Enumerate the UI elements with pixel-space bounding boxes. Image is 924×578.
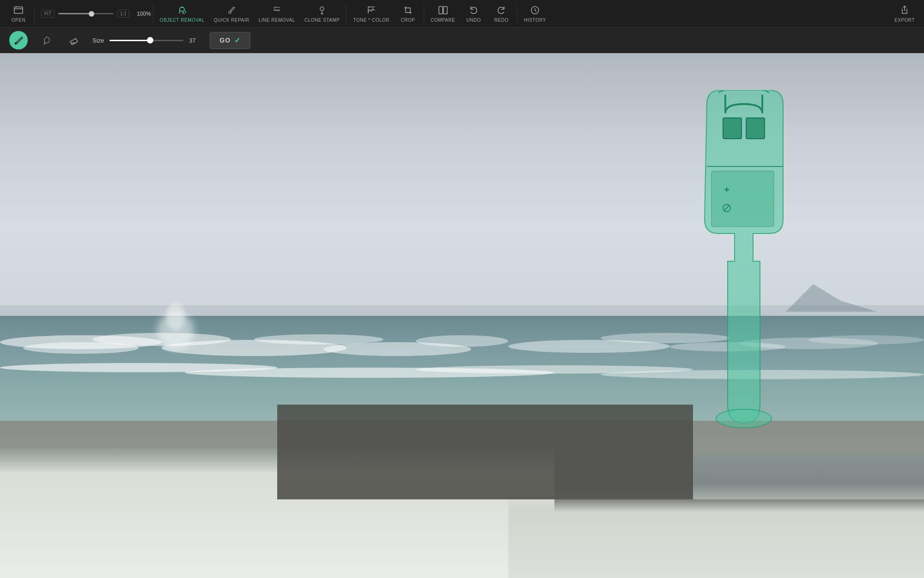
- open-icon: [13, 5, 24, 17]
- svg-rect-18: [746, 118, 765, 139]
- svg-rect-17: [723, 118, 742, 139]
- lasso-tool-button[interactable]: [37, 31, 55, 49]
- svg-line-3: [182, 13, 183, 14]
- redo-label: REDO: [494, 18, 509, 23]
- crop-icon: [403, 5, 413, 17]
- tone-color-button[interactable]: TONE * ColoR: [348, 3, 394, 25]
- export-button[interactable]: EXPORT: [890, 3, 919, 25]
- line-removal-icon: [272, 5, 282, 17]
- divider-2: [153, 5, 153, 23]
- zoom-value: 100%: [137, 11, 151, 17]
- history-button[interactable]: HISTORY: [519, 3, 551, 25]
- undo-icon: [468, 5, 479, 17]
- object-removal-label: OBJECT REMOVAL: [160, 18, 205, 23]
- zoom-thumb[interactable]: [89, 11, 94, 17]
- eraser-tool-button[interactable]: [65, 31, 83, 49]
- open-label: OPEN: [12, 18, 25, 23]
- line-removal-button[interactable]: LINE REMOVAL: [254, 3, 300, 25]
- history-icon: [530, 5, 540, 17]
- quick-repair-label: QUICK REPAIR: [214, 18, 249, 23]
- tone-color-label: TONE * ColoR: [353, 18, 389, 23]
- size-slider[interactable]: [109, 36, 183, 45]
- mailbox-mask: [693, 90, 795, 432]
- clone-stamp-label: CLONE STAMP: [304, 18, 340, 23]
- size-track: [109, 40, 183, 41]
- object-removal-icon: [177, 5, 187, 17]
- svg-rect-0: [14, 7, 23, 13]
- divider-3: [346, 5, 346, 23]
- svg-rect-11: [444, 6, 447, 14]
- canvas-area[interactable]: [0, 53, 924, 578]
- zoom-1to1-label[interactable]: 1:1: [117, 10, 129, 18]
- brush-tool-button[interactable]: [9, 31, 28, 49]
- svg-rect-20: [711, 171, 774, 227]
- undo-button[interactable]: UNDO: [460, 3, 487, 25]
- size-thumb[interactable]: [147, 37, 153, 43]
- crop-label: CROP: [401, 18, 415, 23]
- undo-label: UNDO: [467, 18, 481, 23]
- size-label: Size: [92, 37, 104, 44]
- redo-button[interactable]: REDO: [487, 3, 515, 25]
- svg-rect-15: [70, 38, 78, 45]
- quick-repair-icon: [226, 5, 237, 17]
- go-button[interactable]: GO ✓: [210, 32, 250, 49]
- quick-repair-button[interactable]: QUICK REPAIR: [209, 3, 254, 25]
- compare-button[interactable]: COMPARE: [426, 3, 460, 25]
- go-label: GO: [219, 37, 231, 44]
- zoom-slider[interactable]: [58, 13, 114, 14]
- line-removal-label: LINE REMOVAL: [259, 18, 295, 23]
- svg-rect-4: [229, 12, 231, 13]
- zoom-controls: FIT 1:1: [36, 10, 134, 18]
- history-label: HISTORY: [524, 18, 546, 23]
- eraser-icon: [69, 36, 79, 45]
- clone-stamp-icon: [317, 5, 327, 17]
- size-fill: [109, 40, 150, 41]
- divider-4: [424, 5, 424, 23]
- export-label: EXPORT: [894, 18, 915, 23]
- clone-stamp-button[interactable]: CLONE STAMP: [300, 3, 344, 25]
- crop-button[interactable]: CROP: [394, 3, 422, 25]
- divider-5: [517, 5, 517, 23]
- dark-sand-layer: [277, 405, 693, 499]
- mailbox-svg: [693, 90, 795, 432]
- brush-icon: [14, 36, 23, 45]
- lasso-icon: [42, 36, 51, 45]
- compare-label: COMPARE: [431, 18, 455, 23]
- size-control: Size 37: [92, 36, 201, 45]
- svg-rect-10: [439, 6, 443, 14]
- tone-color-icon: [366, 5, 377, 17]
- top-toolbar: OPEN FIT 1:1 100% OBJECT REMOVAL: [0, 0, 924, 28]
- zoom-fit-label[interactable]: FIT: [41, 10, 55, 18]
- redo-icon: [496, 5, 506, 17]
- svg-point-7: [320, 7, 324, 11]
- compare-icon: [438, 5, 448, 17]
- divider-1: [34, 5, 35, 23]
- svg-point-25: [716, 409, 772, 428]
- object-removal-button[interactable]: OBJECT REMOVAL: [155, 3, 209, 25]
- size-value: 37: [189, 37, 201, 44]
- open-button[interactable]: OPEN: [5, 3, 32, 25]
- brush-toolbar: Size 37 GO ✓: [0, 28, 924, 53]
- export-icon: [900, 5, 910, 17]
- check-icon: ✓: [234, 36, 241, 45]
